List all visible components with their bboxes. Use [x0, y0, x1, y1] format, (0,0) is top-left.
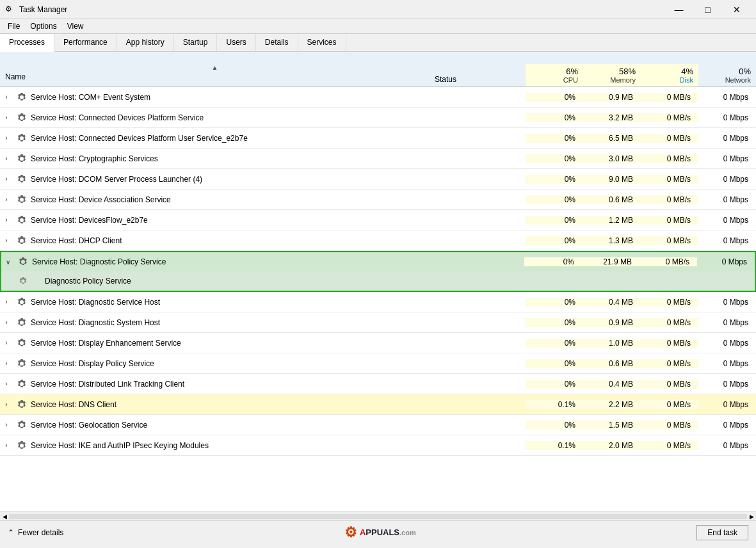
- process-name: Service Host: Distributed Link Tracking …: [31, 380, 430, 389]
- process-memory: 6.5 MB: [583, 134, 641, 143]
- expand-icon[interactable]: ›: [0, 175, 13, 182]
- expand-icon[interactable]: ›: [0, 442, 13, 449]
- process-network: 0 Mbps: [697, 257, 755, 266]
- process-cpu: 0%: [526, 216, 583, 225]
- table-row[interactable]: › Service Host: Distributed Link Trackin…: [0, 374, 756, 394]
- process-name: Service Host: Geolocation Service: [31, 421, 430, 430]
- col-status-header[interactable]: Status: [430, 72, 526, 86]
- process-network: 0 Mbps: [698, 359, 756, 368]
- table-row[interactable]: › Service Host: Diagnostic Service Host …: [0, 292, 756, 312]
- process-icon: [15, 439, 28, 452]
- memory-label: Memory: [610, 76, 636, 84]
- disk-label: Disk: [680, 76, 693, 84]
- expand-icon[interactable]: ›: [0, 401, 13, 408]
- col-memory-header[interactable]: 58% Memory: [583, 64, 641, 86]
- process-cpu: 0%: [524, 257, 582, 266]
- process-network: 0 Mbps: [698, 380, 756, 389]
- table-row[interactable]: Diagnostic Policy Service: [0, 271, 756, 292]
- process-icon: [15, 152, 28, 165]
- window-title: Task Manager: [19, 5, 664, 14]
- menu-options[interactable]: Options: [25, 20, 61, 32]
- expand-icon[interactable]: ›: [0, 93, 13, 101]
- table-row[interactable]: › Service Host: IKE and AuthIP IPsec Key…: [0, 435, 756, 456]
- expand-icon[interactable]: ›: [0, 421, 13, 428]
- table-row[interactable]: › Service Host: DNS Client 0.1% 2.2 MB 0…: [0, 394, 756, 415]
- expand-icon[interactable]: ›: [0, 216, 13, 223]
- process-icon: [15, 111, 28, 124]
- fewer-details-button[interactable]: ⌃ Fewer details: [8, 528, 63, 537]
- process-memory: 0.6 MB: [583, 195, 641, 204]
- expand-icon[interactable]: ›: [0, 114, 13, 121]
- expand-icon[interactable]: ›: [0, 339, 13, 346]
- table-row[interactable]: › Service Host: Display Enhancement Serv…: [0, 333, 756, 353]
- process-name: Service Host: Display Policy Service: [31, 359, 430, 368]
- process-network: 0 Mbps: [698, 339, 756, 348]
- tab-users[interactable]: Users: [217, 34, 255, 51]
- process-icon: [15, 296, 28, 309]
- expand-icon[interactable]: ›: [0, 155, 13, 162]
- process-name: Service Host: DNS Client: [31, 400, 430, 409]
- scroll-track[interactable]: [9, 514, 747, 519]
- expand-icon[interactable]: ∨: [1, 259, 14, 266]
- tab-details[interactable]: Details: [256, 34, 298, 51]
- process-icon: [17, 255, 29, 268]
- process-network: 0 Mbps: [698, 421, 756, 430]
- expand-icon[interactable]: ›: [0, 298, 13, 305]
- col-cpu-header[interactable]: 6% CPU: [526, 64, 583, 86]
- process-name: Service Host: Display Enhancement Servic…: [31, 339, 430, 348]
- table-row[interactable]: › Service Host: Diagnostic System Host 0…: [0, 312, 756, 333]
- col-disk-header[interactable]: 4% Disk: [641, 64, 698, 86]
- tab-performance[interactable]: Performance: [54, 34, 117, 51]
- process-network: 0 Mbps: [698, 216, 756, 225]
- col-name-area[interactable]: ▲ Name: [0, 61, 430, 86]
- expand-icon[interactable]: ›: [0, 360, 13, 367]
- expand-icon[interactable]: ›: [0, 237, 13, 244]
- minimize-button[interactable]: —: [664, 0, 693, 19]
- table-row[interactable]: › Service Host: DHCP Client 0% 1.3 MB 0 …: [0, 230, 756, 251]
- tab-processes[interactable]: Processes: [0, 34, 54, 52]
- table-row[interactable]: ∨ Service Host: Diagnostic Policy Servic…: [0, 251, 756, 271]
- process-name: Service Host: Diagnostic Policy Service: [32, 257, 428, 266]
- menu-file[interactable]: File: [3, 20, 25, 32]
- expand-icon[interactable]: ›: [0, 196, 13, 203]
- tab-startup[interactable]: Startup: [174, 34, 218, 51]
- expand-icon[interactable]: ›: [0, 134, 13, 141]
- table-row[interactable]: › Service Host: DevicesFlow_e2b7e 0% 1.2…: [0, 210, 756, 230]
- process-cpu: 0%: [526, 134, 583, 143]
- table-row[interactable]: › Service Host: Geolocation Service 0% 1…: [0, 415, 756, 435]
- maximize-button[interactable]: □: [693, 0, 722, 19]
- table-row[interactable]: › Service Host: Cryptographic Services 0…: [0, 149, 756, 169]
- close-button[interactable]: ✕: [722, 0, 751, 19]
- process-cpu: 0.1%: [526, 400, 583, 409]
- table-row[interactable]: › Service Host: Device Association Servi…: [0, 189, 756, 210]
- menu-view[interactable]: View: [62, 20, 89, 32]
- table-row[interactable]: › Service Host: DCOM Server Process Laun…: [0, 169, 756, 189]
- process-cpu: 0%: [526, 359, 583, 368]
- title-bar: ⚙ Task Manager — □ ✕: [0, 0, 756, 19]
- table-row[interactable]: › Service Host: COM+ Event System 0% 0.9…: [0, 87, 756, 108]
- process-disk: 0 MB/s: [641, 93, 698, 102]
- col-network-header[interactable]: 0% Network: [698, 64, 756, 86]
- process-icon: [15, 398, 28, 411]
- scroll-right-button[interactable]: ▶: [747, 512, 756, 521]
- scroll-left-button[interactable]: ◀: [0, 512, 9, 521]
- tab-services[interactable]: Services: [298, 34, 346, 51]
- tab-app-history[interactable]: App history: [117, 34, 174, 51]
- process-memory: 2.0 MB: [583, 441, 641, 450]
- expand-icon[interactable]: ›: [0, 319, 13, 326]
- table-row[interactable]: › Service Host: Connected Devices Platfo…: [0, 108, 756, 128]
- process-cpu: 0%: [526, 421, 583, 430]
- network-label: Network: [725, 76, 751, 84]
- process-memory: 2.2 MB: [583, 400, 641, 409]
- tab-bar: Processes Performance App history Startu…: [0, 34, 756, 52]
- col-name-label[interactable]: Name: [5, 72, 424, 84]
- process-memory: 21.9 MB: [582, 257, 639, 266]
- process-disk: 0 MB/s: [641, 318, 698, 327]
- end-task-button[interactable]: End task: [696, 525, 748, 540]
- process-name: Service Host: Diagnostic Service Host: [31, 298, 430, 307]
- process-cpu: 0%: [526, 93, 583, 102]
- table-row[interactable]: › Service Host: Display Policy Service 0…: [0, 353, 756, 374]
- process-disk: 0 MB/s: [641, 359, 698, 368]
- expand-icon[interactable]: ›: [0, 380, 13, 387]
- table-row[interactable]: › Service Host: Connected Devices Platfo…: [0, 128, 756, 149]
